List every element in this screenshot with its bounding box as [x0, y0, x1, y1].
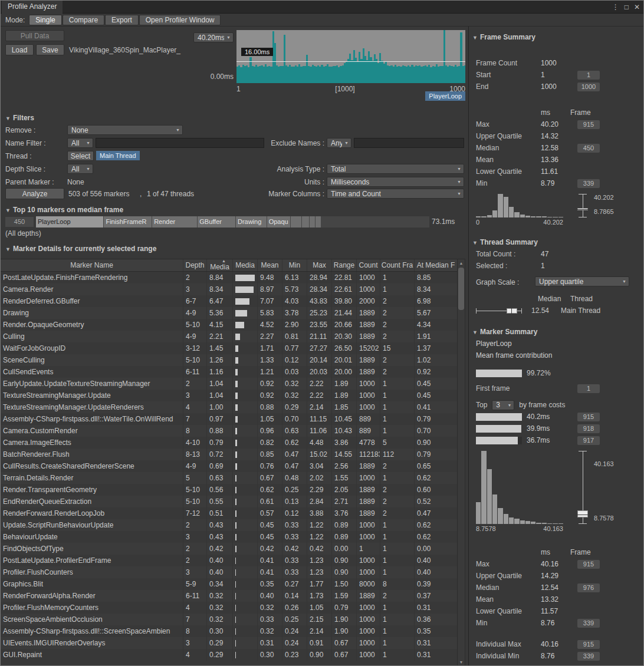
- frame-timeline-chart[interactable]: 16.00ms: [236, 30, 465, 83]
- graph-scale-dropdown[interactable]: Upper quartile ▼: [535, 276, 629, 286]
- marker-row[interactable]: Drawing4-95.365.833.7825.2321.44188925.6…: [1, 307, 457, 319]
- marker-row[interactable]: RenderDeferred.GBuffer6-76.477.074.0343.…: [1, 295, 457, 307]
- column-header[interactable]: Depth: [183, 259, 207, 271]
- marker-row[interactable]: Culling4-92.212.270.8121.1120.30188921.9…: [1, 331, 457, 342]
- marker-row[interactable]: Update.ScriptRunBehaviourUpdate20.430.45…: [1, 519, 457, 531]
- top10-header[interactable]: ▼Top 10 markers on median frame: [5, 206, 123, 214]
- column-header[interactable]: Min: [282, 259, 307, 271]
- mode-single-button[interactable]: Single: [29, 15, 61, 25]
- frame-jump-button[interactable]: 915: [577, 120, 600, 129]
- scroll-up-icon[interactable]: ▲: [458, 259, 465, 267]
- close-icon[interactable]: ✕: [634, 3, 640, 11]
- marker-details-header[interactable]: ▼Marker Details for currently selected r…: [5, 245, 156, 253]
- marker-row[interactable]: BatchRenderer.Flush8-130.720.850.4715.02…: [1, 449, 457, 460]
- save-button[interactable]: Save: [36, 44, 64, 55]
- marker-summary-header[interactable]: ▼Marker Summary: [472, 326, 644, 338]
- frame-jump-button[interactable]: 918: [577, 424, 600, 433]
- maximize-icon[interactable]: □: [625, 3, 629, 11]
- name-filter-input[interactable]: [96, 138, 264, 148]
- top10-marker-segment[interactable]: [302, 216, 310, 228]
- open-profiler-window-button[interactable]: Open Profiler Window: [139, 15, 221, 25]
- column-header[interactable]: Count Fra: [380, 259, 415, 271]
- depth-slice-dropdown[interactable]: All ▼: [67, 164, 93, 174]
- marker-row[interactable]: Render.TransparentGeometry5-100.560.620.…: [1, 484, 457, 496]
- marker-row[interactable]: PostLateUpdate.ProfilerEndFrame20.400.41…: [1, 555, 457, 566]
- frame-summary-header[interactable]: ▼Frame Summary: [472, 31, 644, 43]
- marker-row[interactable]: TextureStreamingManager.UpdateRenderers4…: [1, 401, 457, 413]
- marker-row[interactable]: Render.OpaqueGeometry5-104.154.522.9023.…: [1, 319, 457, 331]
- thread-summary-header[interactable]: ▼Thread Summary: [472, 236, 644, 248]
- frame-jump-button[interactable]: 915: [577, 640, 600, 649]
- frame-jump-button[interactable]: 339: [577, 619, 600, 628]
- marker-row[interactable]: FindObjectsOfType20.420.420.420.420.0011…: [1, 543, 457, 555]
- top10-marker-segment[interactable]: PlayerLoop: [36, 216, 103, 228]
- frame-jump-button[interactable]: 915: [577, 413, 600, 421]
- marker-row[interactable]: Profiler.FlushMemoryCounters40.320.320.2…: [1, 602, 457, 614]
- marker-row[interactable]: WaitForJobGroupID3-121.451.710.7727.2726…: [1, 342, 457, 354]
- marker-row[interactable]: Assembly-CSharp-firstpass.dll!::ScreenSp…: [1, 625, 457, 637]
- median-frame-badge[interactable]: 450: [5, 217, 34, 227]
- column-header[interactable]: At Median F: [415, 259, 457, 271]
- marker-row[interactable]: RenderForward.RenderLoopJob7-120.510.570…: [1, 507, 457, 519]
- thread-name[interactable]: Main Thread: [561, 306, 600, 315]
- top10-marker-segment[interactable]: GBuffer: [198, 216, 235, 228]
- analysis-type-dropdown[interactable]: Total ▼: [327, 164, 464, 174]
- column-header[interactable]: Range: [332, 259, 357, 271]
- load-button[interactable]: Load: [5, 44, 34, 55]
- top10-marker-segment[interactable]: FinishFrameR: [104, 216, 152, 228]
- frame-jump-button[interactable]: 339: [577, 179, 600, 188]
- marker-row[interactable]: TextureStreamingManager.Update31.040.920…: [1, 390, 457, 401]
- exclude-names-input[interactable]: [354, 138, 464, 148]
- scrollbar-thumb[interactable]: [458, 268, 464, 310]
- top-count-dropdown[interactable]: 3 ▼: [492, 400, 514, 410]
- marker-row[interactable]: EndRenderQueueExtraction5-100.550.610.13…: [1, 496, 457, 507]
- analyze-button[interactable]: Analyze: [5, 188, 64, 199]
- column-header[interactable]: ▲Media: [207, 259, 233, 271]
- marker-row[interactable]: Camera.ImageEffects4-100.790.820.624.483…: [1, 437, 457, 449]
- marker-row[interactable]: CullSendEvents6-111.161.210.0320.0320.00…: [1, 366, 457, 378]
- marker-columns-dropdown[interactable]: Time and Count ▼: [327, 189, 464, 199]
- marker-row[interactable]: PostLateUpdate.FinishFrameRendering28.84…: [1, 272, 457, 283]
- frame-jump-button[interactable]: 915: [577, 560, 600, 569]
- frame-jump-button[interactable]: 1: [577, 384, 600, 393]
- marker-row[interactable]: UIEvents.IMGUIRenderOverlays30.290.310.2…: [1, 637, 457, 649]
- marker-row[interactable]: Graphics.Blit5-90.340.350.271.771.508000…: [1, 578, 457, 590]
- marker-row[interactable]: RenderForwardAlpha.Render6-110.320.400.1…: [1, 590, 457, 602]
- scroll-down-icon[interactable]: ▼: [458, 658, 465, 666]
- units-dropdown[interactable]: Milliseconds ▼: [327, 177, 464, 187]
- column-header[interactable]: Count: [357, 259, 380, 271]
- marker-row[interactable]: Camera.CustomRender80.880.960.6311.0610.…: [1, 425, 457, 437]
- frame-jump-button[interactable]: 917: [577, 436, 600, 445]
- marker-row[interactable]: Terrain.Details.Render50.630.670.482.021…: [1, 472, 457, 484]
- mode-compare-button[interactable]: Compare: [63, 15, 104, 25]
- top10-marker-segment[interactable]: Opaqu: [267, 216, 291, 228]
- marker-row[interactable]: ScreenSpaceAmbientOcclusion70.320.330.25…: [1, 614, 457, 625]
- top10-marker-segment[interactable]: [316, 216, 320, 228]
- marker-row[interactable]: CullResults.CreateSharedRendererScene4-9…: [1, 460, 457, 472]
- marker-row[interactable]: GUI.Repaint40.290.300.230.900.67100010.3…: [1, 649, 457, 661]
- top10-marker-segment[interactable]: [310, 216, 315, 228]
- export-button[interactable]: Export: [105, 15, 139, 25]
- marker-row[interactable]: Assembly-CSharp-firstpass.dll!::WaterTil…: [1, 413, 457, 425]
- vertical-scrollbar[interactable]: ▲ ▼: [457, 259, 465, 666]
- window-tab[interactable]: Profile Analyzer: [2, 1, 63, 14]
- top10-marker-segment[interactable]: [291, 216, 301, 228]
- marker-row[interactable]: Camera.Render38.348.975.7328.3422.611000…: [1, 283, 457, 295]
- frame-jump-button[interactable]: 976: [577, 583, 600, 592]
- name-filter-mode-dropdown[interactable]: All ▼: [67, 138, 93, 148]
- marker-row[interactable]: Profiler.FlushCounters30.400.410.331.230…: [1, 566, 457, 578]
- thread-select-button[interactable]: Select: [67, 151, 94, 161]
- frame-jump-button[interactable]: 450: [577, 144, 600, 153]
- remove-dropdown[interactable]: None ▼: [67, 125, 183, 135]
- filters-header[interactable]: ▼Filters: [5, 114, 34, 122]
- kebab-menu-icon[interactable]: ⋮: [612, 3, 619, 11]
- column-header[interactable]: Media: [233, 259, 258, 271]
- selected-marker-chip[interactable]: PlayerLoop: [425, 91, 465, 101]
- column-header[interactable]: Mean: [258, 259, 282, 271]
- marker-row[interactable]: SceneCulling5-101.261.330.1220.1420.0118…: [1, 354, 457, 366]
- frame-jump-button[interactable]: 1000: [577, 83, 600, 91]
- frame-jump-button[interactable]: 1: [577, 71, 600, 80]
- top10-marker-segment[interactable]: Render: [152, 216, 197, 228]
- frame-jump-button[interactable]: 339: [577, 652, 600, 661]
- top10-marker-segment[interactable]: Drawing: [236, 216, 267, 228]
